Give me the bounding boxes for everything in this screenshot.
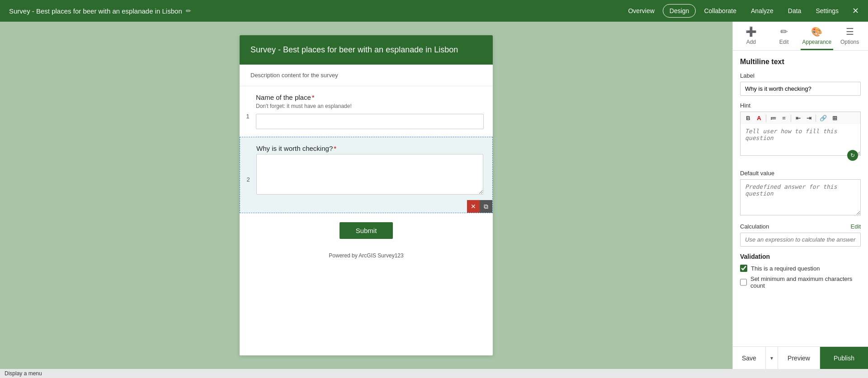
default-value-textarea[interactable] [740, 179, 861, 215]
preview-button[interactable]: Preview [778, 347, 820, 369]
tab-edit[interactable]: ✏ Edit [768, 22, 801, 50]
hint-textarea[interactable] [740, 124, 861, 156]
edit-title-icon[interactable]: ✏ [186, 7, 191, 14]
question-2-number: 2 [240, 137, 256, 213]
default-value-label: Default value [740, 170, 861, 177]
submit-button[interactable]: Submit [340, 222, 393, 239]
nav-collaborate[interactable]: Collaborate [698, 5, 743, 17]
validation-title: Validation [740, 253, 861, 260]
nav-data[interactable]: Data [782, 5, 808, 17]
calculation-input[interactable] [740, 233, 861, 247]
question-1-block[interactable]: Name of the place* Don't forget: it must… [256, 86, 493, 137]
calculation-label: Calculation [740, 223, 769, 230]
ordered-list-button[interactable]: ≔ [768, 114, 778, 122]
required-checkbox[interactable] [740, 265, 747, 272]
survey-container: Survey - Best places for beer with an es… [240, 35, 493, 355]
add-icon: ➕ [745, 26, 757, 37]
minmax-label: Set minimum and maximum characters count [750, 275, 861, 289]
edit-icon: ✏ [780, 26, 788, 37]
panel-section-title: Multiline text [740, 58, 861, 66]
nav-settings[interactable]: Settings [809, 5, 845, 17]
question-2-label: Why is it worth checking?* [256, 145, 483, 152]
status-bar: Display a menu [0, 369, 868, 378]
question-1-label: Name of the place* [256, 93, 484, 101]
calculation-edit-link[interactable]: Edit [851, 223, 861, 230]
required-label: This is a required question [751, 265, 820, 272]
close-icon[interactable]: ✕ [852, 6, 859, 16]
minmax-checkbox[interactable] [740, 279, 747, 286]
color-button[interactable]: A [754, 114, 764, 122]
panel-tabs: ➕ Add ✏ Edit 🎨 Appearance ☰ Options [733, 22, 868, 51]
toolbar-separator-3 [816, 115, 816, 122]
required-checkbox-row: This is a required question [740, 265, 861, 272]
survey-description: Description content for the survey [240, 65, 493, 86]
survey-title-bar: Survey - Best places for beer with an es… [9, 7, 622, 15]
survey-header-text: Survey - Best places for beer with an es… [250, 45, 458, 54]
label-input[interactable] [740, 82, 861, 96]
survey-title-text: Survey - Best places for beer with an es… [9, 7, 182, 15]
options-icon: ☰ [846, 26, 854, 37]
question-1-input[interactable] [256, 114, 484, 129]
powered-by: Powered by ArcGIS Survey123 [240, 248, 493, 263]
nav-links: Overview Design Collaborate Analyze Data… [622, 4, 845, 18]
label-field-label: Label [740, 72, 861, 79]
hint-toolbar: B A ≔ ≡ ⇤ ⇥ 🔗 ⊞ [740, 112, 861, 124]
hint-refresh-button[interactable]: ↻ [847, 150, 858, 161]
question-2-block[interactable]: Why is it worth checking?* [256, 137, 492, 213]
survey-header: Survey - Best places for beer with an es… [240, 35, 493, 65]
save-button[interactable]: Save [733, 347, 766, 369]
nav-design[interactable]: Design [663, 4, 696, 18]
calculation-row: Calculation Edit [740, 223, 861, 230]
question-2-wrapper[interactable]: 2 Why is it worth checking?* ✕ ⧉ [240, 137, 493, 213]
question-1-hint: Don't forget: it must have an esplanade! [256, 103, 484, 109]
nav-overview[interactable]: Overview [622, 5, 660, 17]
right-panel: ➕ Add ✏ Edit 🎨 Appearance ☰ Options Mult… [732, 22, 868, 369]
submit-area: Submit [240, 213, 493, 248]
main-content: Survey - Best places for beer with an es… [0, 22, 868, 369]
save-dropdown-button[interactable]: ▾ [766, 347, 778, 369]
top-navigation: Survey - Best places for beer with an es… [0, 0, 868, 22]
canvas-area: Survey - Best places for beer with an es… [0, 22, 732, 369]
publish-button[interactable]: Publish [820, 347, 868, 369]
question-2-required-star: * [334, 145, 336, 152]
hint-field-label: Hint [740, 102, 861, 109]
bold-button[interactable]: B [743, 114, 753, 122]
indent-left-button[interactable]: ⇤ [793, 114, 803, 122]
bottom-bar: Save ▾ Preview Publish [733, 346, 868, 369]
question-1-number: 1 [240, 86, 256, 137]
question-2-textarea[interactable] [256, 154, 483, 195]
link-button[interactable]: 🔗 [818, 114, 829, 122]
panel-content: Multiline text Label Hint B A ≔ ≡ ⇤ ⇥ 🔗 … [733, 51, 868, 346]
tab-options[interactable]: ☰ Options [833, 22, 866, 50]
appearance-icon: 🎨 [811, 26, 822, 37]
delete-question-button[interactable]: ✕ [467, 200, 480, 213]
table-button[interactable]: ⊞ [830, 114, 840, 122]
nav-analyze[interactable]: Analyze [745, 5, 780, 17]
question-2-action-bar: ✕ ⧉ [467, 200, 492, 213]
tab-appearance[interactable]: 🎨 Appearance [801, 22, 834, 50]
unordered-list-button[interactable]: ≡ [779, 114, 789, 122]
tab-add[interactable]: ➕ Add [735, 22, 768, 50]
hint-area-wrapper: ↻ [740, 124, 861, 163]
toolbar-separator-1 [766, 115, 766, 122]
question-1-required-star: * [312, 93, 315, 101]
duplicate-question-button[interactable]: ⧉ [480, 200, 492, 213]
indent-right-button[interactable]: ⇥ [804, 114, 814, 122]
minmax-checkbox-row: Set minimum and maximum characters count [740, 275, 861, 289]
toolbar-separator-2 [791, 115, 791, 122]
question-1-wrapper: 1 Name of the place* Don't forget: it mu… [240, 86, 493, 137]
